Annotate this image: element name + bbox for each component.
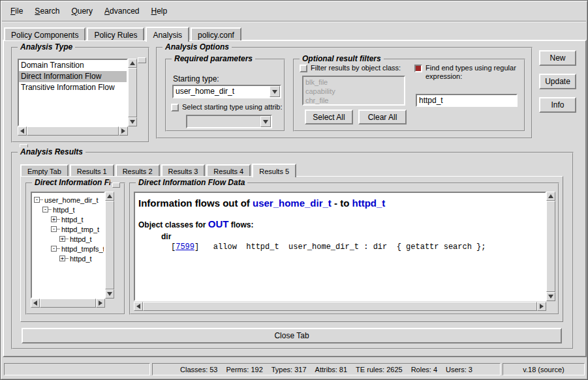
analysis-options-title: Analysis Options bbox=[162, 42, 232, 51]
analysis-type-item-direct-information-flow[interactable]: Direct Information Flow bbox=[19, 71, 127, 82]
arrow-left-icon bbox=[20, 128, 24, 134]
scroll-thumb[interactable] bbox=[105, 201, 114, 289]
flow-data-group: Direct Information Flow Data Information… bbox=[129, 183, 559, 315]
tree-item[interactable]: -httpd_tmp_t bbox=[32, 224, 104, 234]
filter-by-class-checkbox-row[interactable]: Filter results by object class: bbox=[300, 64, 401, 72]
menu-search[interactable]: Search bbox=[29, 4, 65, 18]
tree-item[interactable]: -user_home_dir_t bbox=[32, 195, 104, 205]
tree-item[interactable]: +httpd_t bbox=[32, 234, 104, 244]
chevron-down-icon bbox=[272, 90, 277, 94]
analysis-type-vscrollbar[interactable] bbox=[128, 59, 137, 126]
select-all-button[interactable]: Select All bbox=[305, 110, 353, 124]
tree-item-label: user_home_dir_t bbox=[43, 196, 99, 204]
tree-hscrollbar[interactable] bbox=[31, 299, 105, 308]
analysis-type-item-domain-transition[interactable]: Domain Transition bbox=[19, 60, 127, 71]
regex-checkbox[interactable] bbox=[414, 65, 422, 72]
tab-results-2[interactable]: Results 2 bbox=[116, 164, 160, 176]
tree-expander-icon[interactable]: + bbox=[59, 236, 65, 242]
chevron-down-icon bbox=[263, 120, 268, 124]
pane-sash[interactable] bbox=[112, 183, 120, 188]
tree-expander-icon[interactable]: + bbox=[51, 216, 57, 222]
scroll-thumb[interactable] bbox=[40, 299, 96, 308]
close-tab-button[interactable]: Close Tab bbox=[22, 328, 562, 343]
tree-item[interactable]: +httpd_t bbox=[32, 254, 104, 263]
scroll-down-button[interactable] bbox=[546, 292, 555, 301]
tab-empty-tab[interactable]: Empty Tab bbox=[20, 164, 69, 176]
flow-header: Information flows out of user_home_dir_t… bbox=[135, 193, 545, 209]
flow-tree[interactable]: -user_home_dir_t -httpd_t +httpd_t -http… bbox=[31, 192, 105, 299]
scroll-down-button[interactable] bbox=[128, 117, 137, 126]
scroll-thumb[interactable] bbox=[27, 126, 119, 136]
analysis-type-listbox[interactable]: Domain Transition Direct Information Flo… bbox=[18, 59, 128, 126]
analysis-type-title: Analysis Type bbox=[18, 42, 75, 51]
tree-item-label: httpd_tmp_t bbox=[60, 226, 99, 233]
arrow-down-icon bbox=[548, 295, 553, 299]
new-button[interactable]: New bbox=[539, 50, 576, 66]
attrib-checkbox[interactable] bbox=[171, 104, 179, 111]
scroll-up-button[interactable] bbox=[128, 59, 137, 68]
tree-vscrollbar[interactable] bbox=[105, 192, 114, 299]
filter-by-class-checkbox[interactable] bbox=[300, 65, 307, 72]
scroll-up-button[interactable] bbox=[546, 192, 555, 201]
data-vscrollbar[interactable] bbox=[546, 192, 555, 301]
menu-file[interactable]: File bbox=[5, 4, 29, 18]
arrow-down-icon bbox=[107, 292, 112, 296]
regex-checkbox-row[interactable]: Find end types using regular expression: bbox=[414, 64, 521, 81]
policy-version-label: v.18 (source) bbox=[523, 366, 564, 373]
required-parameters-title: Required parameters bbox=[172, 54, 255, 63]
scroll-right-button[interactable] bbox=[119, 126, 128, 136]
arrow-left-icon bbox=[136, 304, 140, 309]
tree-item[interactable]: +httpd_t bbox=[32, 214, 104, 224]
data-hscrollbar[interactable] bbox=[134, 302, 546, 311]
tree-expander-icon[interactable]: - bbox=[51, 226, 57, 232]
tab-results-5[interactable]: Results 5 bbox=[252, 164, 296, 177]
scroll-up-button[interactable] bbox=[105, 192, 114, 201]
scroll-right-button[interactable] bbox=[96, 299, 105, 308]
tab-policy-rules[interactable]: Policy Rules bbox=[87, 27, 144, 40]
scroll-thumb[interactable] bbox=[143, 302, 537, 311]
flow-tree-group: Direct Information Flow T -user_home_dir… bbox=[25, 183, 125, 315]
menu-advanced[interactable]: Advanced bbox=[99, 4, 145, 18]
tab-results-4[interactable]: Results 4 bbox=[206, 164, 251, 176]
pane-sash[interactable] bbox=[138, 57, 146, 63]
tree-expander-icon[interactable]: - bbox=[51, 246, 57, 252]
scroll-right-button[interactable] bbox=[537, 302, 546, 311]
analysis-type-hscrollbar[interactable] bbox=[18, 126, 128, 136]
scroll-left-button[interactable] bbox=[18, 126, 27, 136]
arrow-down-icon bbox=[130, 120, 135, 124]
tree-expander-icon[interactable]: + bbox=[59, 256, 65, 261]
flow-data-textview[interactable]: Information flows out of user_home_dir_t… bbox=[134, 192, 546, 301]
scroll-thumb[interactable] bbox=[128, 68, 137, 117]
status-left-panel bbox=[4, 363, 150, 375]
menu-query[interactable]: Query bbox=[65, 4, 99, 18]
attrib-checkbox-row[interactable]: Select starting type using attrib: bbox=[171, 103, 283, 111]
scroll-down-button[interactable] bbox=[105, 289, 114, 299]
tab-analysis[interactable]: Analysis bbox=[146, 27, 189, 42]
tab-policy-components[interactable]: Policy Components bbox=[4, 27, 85, 40]
arrow-right-icon bbox=[121, 128, 125, 134]
scroll-thumb[interactable] bbox=[546, 201, 555, 292]
flow-tree-title: Direct Information Flow T bbox=[32, 178, 110, 187]
update-button[interactable]: Update bbox=[539, 74, 576, 89]
rule-number-link[interactable]: 7599 bbox=[176, 242, 194, 252]
info-button[interactable]: Info bbox=[539, 97, 576, 113]
combo-dropdown-button[interactable] bbox=[270, 86, 280, 97]
scroll-left-button[interactable] bbox=[134, 302, 143, 311]
tab-results-1[interactable]: Results 1 bbox=[70, 164, 114, 176]
tree-item[interactable]: -httpd_tmpfs_t bbox=[32, 244, 104, 254]
tree-item[interactable]: -httpd_t bbox=[32, 205, 104, 214]
tab-results-3[interactable]: Results 3 bbox=[161, 164, 206, 176]
tree-expander-icon[interactable]: - bbox=[42, 207, 48, 212]
regex-input[interactable] bbox=[416, 94, 518, 107]
analysis-type-item-transitive-information-flow[interactable]: Transitive Information Flow bbox=[19, 82, 127, 93]
menu-help[interactable]: Help bbox=[145, 4, 173, 18]
tree-expander-icon[interactable]: - bbox=[34, 197, 40, 203]
classes-line-suffix: flows: bbox=[228, 220, 253, 229]
starting-type-combobox[interactable]: user_home_dir_t bbox=[172, 85, 281, 98]
status-stats-panel: Classes: 53 Perms: 192 Types: 317 Attrib… bbox=[152, 363, 501, 375]
clear-all-button[interactable]: Clear All bbox=[358, 110, 407, 124]
scroll-left-button[interactable] bbox=[31, 299, 40, 308]
tab-policy-conf[interactable]: policy.conf bbox=[191, 27, 241, 40]
status-attribs: Attribs: 81 bbox=[315, 366, 348, 373]
analysis-type-group: Analysis Type Domain Transition Direct I… bbox=[11, 47, 149, 143]
